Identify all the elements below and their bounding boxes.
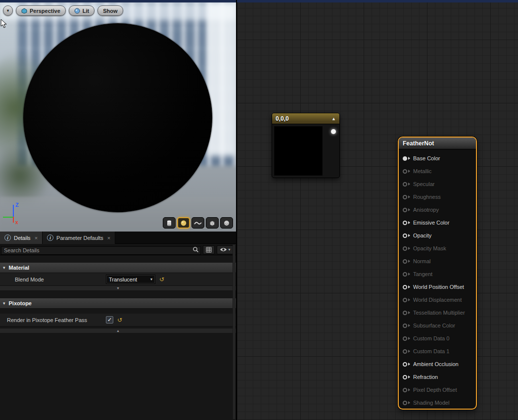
blend-mode-dropdown[interactable]: Translucent ▾: [106, 275, 155, 284]
preview-shape-cylinder-button[interactable]: [163, 217, 176, 229]
pin-label: Opacity Mask: [413, 245, 446, 251]
constant-node-title: 0,0,0: [276, 115, 289, 122]
view-options-button[interactable]: ▾: [217, 245, 234, 254]
background-building-highlight: [207, 2, 236, 156]
pin-label: Roughness: [413, 194, 441, 200]
constant-node-header[interactable]: 0,0,0 ▲: [272, 113, 339, 124]
pin-circle-icon: [403, 336, 407, 341]
section-header-material[interactable]: ▾ Material: [0, 263, 236, 273]
pin-circle-icon: [403, 298, 407, 302]
material-pin-anisotropy[interactable]: Anisotropy: [399, 203, 476, 216]
material-pin-ambient-occlusion[interactable]: Ambient Occlusion: [399, 358, 476, 371]
material-preview-viewport[interactable]: ▾ Perspective Lit Show: [0, 2, 236, 232]
material-pin-pixel-depth-offset[interactable]: Pixel Depth Offset: [399, 383, 476, 396]
search-details-input[interactable]: [1, 246, 201, 255]
chevron-down-icon: ▾: [117, 286, 119, 290]
close-icon[interactable]: ×: [107, 235, 110, 241]
material-pin-world-displacement[interactable]: World Displacement: [399, 293, 476, 306]
tab-details[interactable]: i Details ×: [0, 232, 43, 244]
pin-arrow-icon: [408, 363, 410, 366]
pin-circle-icon: [403, 349, 407, 354]
pin-circle-icon: [403, 375, 407, 379]
advanced-expander[interactable]: ▾: [0, 286, 236, 291]
plane-wave-icon: [194, 221, 202, 226]
pin-label: Subsurface Color: [413, 323, 455, 328]
material-pin-specular[interactable]: Specular: [399, 178, 476, 190]
tab-details-label: Details: [14, 235, 31, 241]
expanded-arrow-icon: ▾: [3, 265, 5, 270]
expanded-arrow-icon: ▾: [3, 301, 5, 306]
material-pin-custom-data-0[interactable]: Custom Data 0: [399, 332, 476, 345]
perspective-icon: [21, 8, 27, 14]
show-button[interactable]: Show: [97, 5, 123, 16]
pin-arrow-icon: [408, 195, 410, 198]
advanced-collapser[interactable]: ▴: [0, 328, 236, 333]
pin-label: World Displacement: [413, 297, 462, 303]
blend-mode-row: Blend Mode Translucent ▾ ↺: [0, 273, 236, 286]
pin-label: Specular: [413, 181, 434, 187]
section-header-pixotope[interactable]: ▾ Pixotope: [0, 298, 236, 309]
pin-label: Emissive Color: [413, 220, 449, 226]
pin-arrow-icon: [408, 324, 410, 327]
material-pin-metallic[interactable]: Metallic: [399, 165, 476, 178]
pin-label: Shading Model: [413, 400, 449, 406]
x-axis-label: x: [15, 220, 18, 225]
chevron-up-icon: ▴: [117, 328, 119, 333]
pin-circle-icon: [403, 324, 407, 328]
material-pin-base-color[interactable]: Base Color: [399, 152, 476, 165]
pin-arrow-icon: [408, 401, 410, 404]
pin-label: Metallic: [413, 168, 431, 174]
axis-gizmo: Z x: [2, 202, 26, 228]
material-pin-opacity[interactable]: Opacity: [399, 229, 476, 242]
material-pin-refraction[interactable]: Refraction: [399, 371, 476, 383]
material-pin-shading-model[interactable]: Shading Model: [399, 396, 476, 409]
pin-label: Tangent: [413, 271, 432, 277]
pin-arrow-icon: [408, 183, 410, 186]
preview-shape-sphere-button[interactable]: [177, 217, 190, 229]
material-editor-window: ▾ Perspective Lit Show: [0, 0, 518, 420]
material-pin-roughness[interactable]: Roughness: [399, 190, 476, 203]
collapse-icon[interactable]: ▲: [331, 116, 336, 121]
material-pin-normal[interactable]: Normal: [399, 255, 476, 268]
feather-pass-checkbox[interactable]: ✓: [106, 316, 113, 324]
material-pin-custom-data-1[interactable]: Custom Data 1: [399, 345, 476, 358]
material-pin-tessellation-multiplier[interactable]: Tessellation Multiplier: [399, 306, 476, 319]
material-pin-emissive-color[interactable]: Emissive Color: [399, 216, 476, 229]
section-title: Pixotope: [9, 300, 32, 306]
chevron-down-icon: ▾: [150, 277, 152, 281]
details-scrollbar[interactable]: [233, 244, 235, 420]
chevron-down-icon: ▾: [228, 247, 230, 252]
material-pins: Base ColorMetallicSpecularRoughnessAniso…: [399, 149, 476, 409]
constant-output-pin[interactable]: [331, 129, 336, 134]
constant-vector-node[interactable]: 0,0,0 ▲: [272, 113, 340, 178]
scrollbar-thumb[interactable]: [233, 244, 235, 420]
material-pin-opacity-mask[interactable]: Opacity Mask: [399, 242, 476, 255]
x-axis-line: [13, 217, 14, 223]
viewport-options-button[interactable]: ▾: [3, 5, 13, 16]
tab-parameter-defaults[interactable]: i Parameter Defaults ×: [43, 232, 115, 244]
constant-color-preview: [274, 126, 323, 176]
tab-parameter-defaults-label: Parameter Defaults: [56, 235, 103, 241]
preview-shape-cube-button[interactable]: [206, 217, 219, 229]
viewport-toolbar: ▾ Perspective Lit Show: [3, 5, 123, 16]
material-graph-canvas[interactable]: 0,0,0 ▲ FeatherNot Base ColorMetallicSpe…: [237, 2, 518, 420]
material-pin-tangent[interactable]: Tangent: [399, 268, 476, 280]
details-panel: i Details × i Parameter Defaults ×: [0, 232, 236, 420]
pin-arrow-icon: [408, 221, 410, 224]
material-node-header[interactable]: FeatherNot: [399, 138, 476, 149]
close-icon[interactable]: ×: [35, 235, 38, 241]
lit-button[interactable]: Lit: [69, 5, 94, 16]
preview-shape-plane-button[interactable]: [191, 217, 204, 229]
reset-to-default-icon[interactable]: ↺: [159, 277, 164, 282]
perspective-button[interactable]: Perspective: [16, 5, 66, 16]
reset-to-default-icon[interactable]: ↺: [117, 317, 122, 323]
material-pin-subsurface-color[interactable]: Subsurface Color: [399, 319, 476, 332]
wire-layer: [237, 2, 385, 77]
lit-sphere-icon: [74, 8, 80, 14]
material-output-node[interactable]: FeatherNot Base ColorMetallicSpecularRou…: [398, 137, 477, 410]
property-matrix-button[interactable]: [203, 245, 215, 254]
pin-label: Custom Data 0: [413, 335, 449, 341]
pin-circle-icon: [403, 246, 407, 251]
material-pin-world-position-offset[interactable]: World Position Offset: [399, 280, 476, 293]
preview-shape-mesh-button[interactable]: [220, 217, 233, 229]
